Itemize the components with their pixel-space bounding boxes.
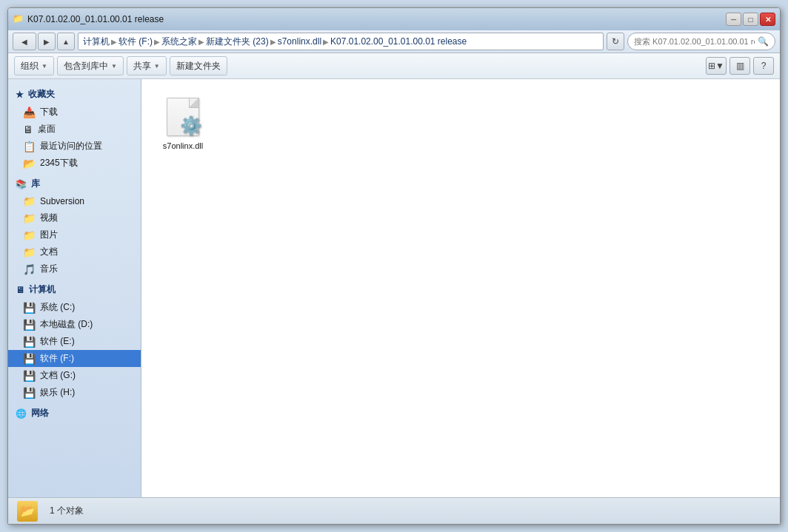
address-bar-area: ◀ ▶ ▲ 计算机 ▶ 软件 (F:) ▶ 系统之家 ▶ 新建文件夹 (23) … [8,30,780,53]
drive-g-icon: 💾 [23,370,36,382]
up-button[interactable]: ▲ [57,33,75,50]
sidebar-item-download[interactable]: 📥 下载 [8,104,141,121]
organize-button[interactable]: 组织 ▼ [14,56,54,75]
search-icon: 🔍 [758,36,769,47]
drive-h-label: 娱乐 (H:) [40,386,75,399]
sidebar: ★ 收藏夹 📥 下载 🖥 桌面 📋 最近访问的位置 📂 2345下载 [8,79,141,497]
2345-label: 2345下载 [40,157,78,169]
favorites-label: 收藏夹 [28,88,55,101]
drive-f-icon: 💾 [23,353,36,365]
share-label: 共享 [133,60,151,73]
documents-icon: 📁 [23,246,36,258]
pane-button[interactable]: ▥ [729,57,750,75]
pictures-label: 图片 [40,229,58,241]
sidebar-item-d[interactable]: 💾 本地磁盘 (D:) [8,316,141,333]
forward-button[interactable]: ▶ [38,33,56,50]
minimize-button[interactable]: ─ [726,13,741,26]
computer-section: 🖥 计算机 💾 系统 (C:) 💾 本地磁盘 (D:) 💾 软件 (E:) 💾 [8,280,141,401]
drive-e-label: 软件 (E:) [40,335,75,348]
sidebar-item-subversion[interactable]: 📁 Subversion [8,193,141,209]
gear-icon: ⚙️ [180,115,202,136]
sidebar-item-h[interactable]: 💾 娱乐 (H:) [8,384,141,401]
path-folder2[interactable]: 新建文件夹 (23) [206,36,269,48]
search-input[interactable] [634,37,755,46]
network-section: 🌐 网络 [8,404,141,422]
library-section: 📚 库 📁 Subversion 📁 视频 📁 图片 📁 文档 [8,175,141,277]
explorer-window: 📁 K07.01.02.00_01.01.00.01 release ─ □ ✕… [7,7,781,525]
path-folder3[interactable]: s7onlinx.dll [278,36,321,47]
new-folder-button[interactable]: 新建文件夹 [170,56,227,75]
content-pane: ⚙️ s7onlinx.dll [141,79,780,497]
address-path: 计算机 ▶ 软件 (F:) ▶ 系统之家 ▶ 新建文件夹 (23) ▶ s7on… [83,36,467,48]
sidebar-item-c[interactable]: 💾 系统 (C:) [8,299,141,316]
desktop-icon: 🖥 [23,124,33,135]
video-icon: 📁 [23,212,36,224]
search-box[interactable]: 🔍 [627,33,775,50]
file-name-label: s7onlinx.dll [163,141,203,151]
favorites-header[interactable]: ★ 收藏夹 [8,85,141,104]
help-button[interactable]: ? [753,57,774,75]
path-folder4[interactable]: K07.01.02.00_01.01.00.01 release [330,36,467,47]
network-label: 网络 [31,407,49,420]
library-label: 库 [31,178,40,190]
2345-icon: 📂 [23,158,36,169]
window-icon: 📁 [13,13,24,25]
sidebar-item-music[interactable]: 🎵 音乐 [8,260,141,277]
nav-buttons: ◀ ▶ ▲ [13,33,75,50]
new-folder-label: 新建文件夹 [176,60,221,73]
maximize-button[interactable]: □ [743,13,758,26]
recent-label: 最近访问的位置 [40,140,102,152]
network-header[interactable]: 🌐 网络 [8,404,141,422]
sidebar-item-f[interactable]: 💾 软件 (F:) [8,350,141,367]
organize-label: 组织 [21,60,39,73]
video-label: 视频 [40,212,58,224]
sidebar-item-documents[interactable]: 📁 文档 [8,243,141,260]
drive-f-label: 软件 (F:) [40,352,74,365]
drive-d-icon: 💾 [23,319,36,331]
drive-c-icon: 💾 [23,302,36,314]
back-button[interactable]: ◀ [13,33,36,50]
subversion-icon: 📁 [23,195,36,207]
desktop-label: 桌面 [38,123,56,135]
status-count: 1 个对象 [50,505,84,517]
path-computer[interactable]: 计算机 [83,36,110,48]
download-label: 下载 [40,106,58,118]
dll-file-icon: ⚙️ [162,96,204,138]
recent-icon: 📋 [23,141,36,152]
path-drive[interactable]: 软件 (F:) [118,36,153,48]
star-icon: ★ [16,90,24,100]
path-folder1[interactable]: 系统之家 [161,36,197,48]
refresh-button[interactable]: ↻ [607,33,624,50]
computer-header[interactable]: 🖥 计算机 [8,280,141,299]
pictures-icon: 📁 [23,229,36,241]
sidebar-item-2345[interactable]: 📂 2345下载 [8,155,141,172]
include-arrow: ▼ [111,63,117,70]
title-bar: 📁 K07.01.02.00_01.01.00.01 release ─ □ ✕ [8,8,780,30]
sidebar-item-g[interactable]: 💾 文档 (G:) [8,367,141,384]
music-icon: 🎵 [23,263,36,275]
computer-icon: 🖥 [16,285,24,295]
close-button[interactable]: ✕ [760,13,775,26]
address-box[interactable]: 计算机 ▶ 软件 (F:) ▶ 系统之家 ▶ 新建文件夹 (23) ▶ s7on… [78,33,604,50]
status-folder-icon: 📂 [17,501,38,522]
share-button[interactable]: 共享 ▼ [127,56,167,75]
sidebar-item-e[interactable]: 💾 软件 (E:) [8,333,141,350]
favorites-section: ★ 收藏夹 📥 下载 🖥 桌面 📋 最近访问的位置 📂 2345下载 [8,85,141,172]
title-bar-left: 📁 K07.01.02.00_01.01.00.01 release [13,13,164,25]
window-title: K07.01.02.00_01.01.00.01 release [27,14,164,24]
sidebar-item-pictures[interactable]: 📁 图片 [8,226,141,243]
library-header[interactable]: 📚 库 [8,175,141,193]
documents-label: 文档 [40,246,58,258]
library-icon: 📚 [16,179,27,189]
sidebar-item-recent[interactable]: 📋 最近访问的位置 [8,138,141,155]
toolbar: 组织 ▼ 包含到库中 ▼ 共享 ▼ 新建文件夹 ⊞▼ ▥ ? [8,53,780,79]
include-button[interactable]: 包含到库中 ▼ [57,56,124,75]
file-item-dll[interactable]: ⚙️ s7onlinx.dll [153,91,213,156]
drive-g-label: 文档 (G:) [40,369,76,382]
computer-label: 计算机 [29,283,56,296]
view-options-button[interactable]: ⊞▼ [706,57,727,75]
organize-arrow: ▼ [41,63,47,70]
sidebar-item-video[interactable]: 📁 视频 [8,209,141,226]
sidebar-item-desktop[interactable]: 🖥 桌面 [8,121,141,138]
window-controls: ─ □ ✕ [726,13,775,26]
